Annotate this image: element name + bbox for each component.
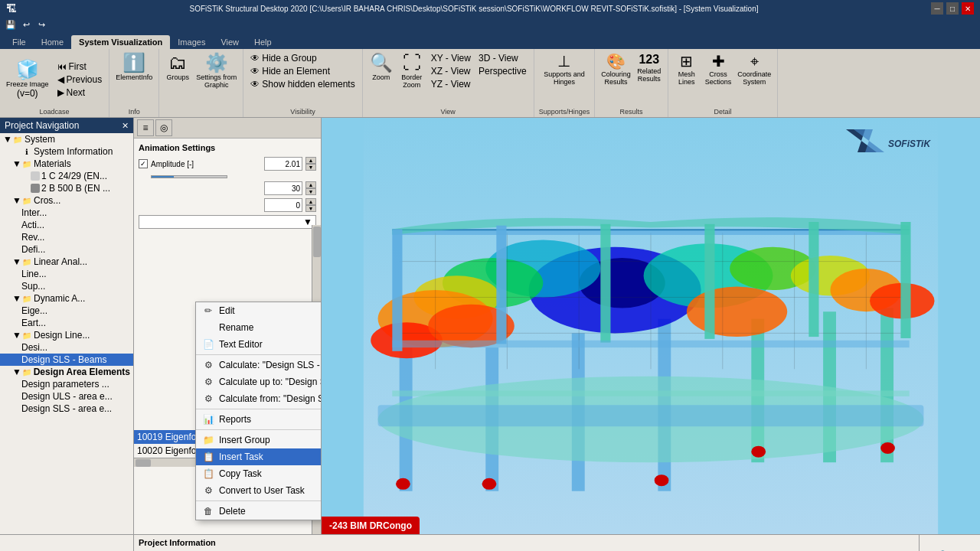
redo-qat-button[interactable]: ↪ bbox=[35, 18, 47, 31]
supports-group-label: Supports/Hinges bbox=[539, 106, 590, 116]
insert-task-icon: 📋 bbox=[202, 452, 214, 462]
ctx-text-editor[interactable]: 📄 Text Editor bbox=[196, 336, 322, 353]
calc-icon: ⚙ bbox=[202, 360, 214, 370]
tree-item-design-sls-beams[interactable]: Design SLS - Beams bbox=[0, 354, 133, 366]
frame-down-button[interactable]: ▼ bbox=[305, 188, 316, 195]
cross-sections-button[interactable]: ✚ CrossSections bbox=[704, 52, 733, 87]
freeze-icon: 🧊 bbox=[16, 60, 39, 79]
tree-item-material-1[interactable]: 1 C 24/29 (EN... bbox=[0, 170, 133, 182]
ctx-rename[interactable]: Rename bbox=[196, 319, 322, 336]
tree-item-desi[interactable]: Desi... bbox=[0, 341, 133, 354]
hide-element-button[interactable]: 👁 Hide an Element bbox=[248, 65, 357, 77]
yz-view-button[interactable]: YZ - View bbox=[429, 78, 473, 90]
element-info-button[interactable]: ℹ️ ElementInfo bbox=[114, 52, 154, 83]
coordinate-system-button[interactable]: ⌖ CoordinateSystem bbox=[736, 52, 773, 87]
tree-item-dynamic[interactable]: ▼ 📁 Dynamic A... bbox=[0, 292, 133, 305]
settings-from-graphic-button[interactable]: ⚙️ Settings fromGraphic bbox=[194, 52, 238, 90]
perspective-button[interactable]: Perspective bbox=[476, 65, 529, 77]
previous-button[interactable]: ◀ Previous bbox=[55, 73, 105, 86]
tab-view[interactable]: View bbox=[213, 35, 247, 49]
ctx-insert-group[interactable]: 📁 Insert Group bbox=[196, 432, 322, 448]
tree-item-defi[interactable]: Defi... bbox=[0, 243, 133, 256]
tree-item-linear[interactable]: ▼ 📁 Linear Anal... bbox=[0, 256, 133, 268]
tree-item-materials[interactable]: ▼ 📁 Materials bbox=[0, 158, 133, 170]
maximize-button[interactable]: □ bbox=[946, 2, 959, 15]
ctx-convert[interactable]: ⚙ Convert to User Task bbox=[196, 482, 322, 499]
delete-icon: 🗑 bbox=[202, 506, 214, 517]
amplitude-input[interactable] bbox=[264, 157, 302, 171]
phase-input[interactable] bbox=[264, 198, 302, 212]
3d-view-button[interactable]: 3D - View bbox=[476, 52, 529, 64]
tree-item-sup[interactable]: Sup... bbox=[0, 280, 133, 292]
save-qat-button[interactable]: 💾 bbox=[5, 18, 17, 31]
hide-group-button[interactable]: 👁 Hide a Group bbox=[248, 52, 357, 64]
project-info-expand-button[interactable]: ▼ bbox=[965, 535, 980, 551]
first-button[interactable]: ⏮ First bbox=[55, 60, 105, 73]
freeze-label: Freeze Image(v=0) bbox=[6, 80, 49, 99]
dropdown-select[interactable]: ▼ bbox=[139, 215, 316, 229]
phase-down-button[interactable]: ▼ bbox=[305, 205, 316, 212]
freeze-image-button[interactable]: 🧊 Freeze Image(v=0) bbox=[5, 59, 51, 100]
zoom-button[interactable]: 🔍 Zoom bbox=[368, 52, 395, 83]
xz-view-button[interactable]: XZ - View bbox=[429, 65, 473, 77]
ctx-copy-task[interactable]: 📋 Copy Task bbox=[196, 465, 322, 482]
frame-input[interactable] bbox=[264, 181, 302, 195]
next-button[interactable]: ▶ Next bbox=[55, 86, 105, 99]
tree-item-line[interactable]: Line... bbox=[0, 268, 133, 280]
related-results-button[interactable]: 123 RelatedResults bbox=[635, 52, 663, 84]
tree-item-system-info[interactable]: ℹ System Information bbox=[0, 145, 133, 158]
ctx-edit[interactable]: ✏ Edit bbox=[196, 302, 322, 319]
sidebar-close-button[interactable]: ✕ bbox=[122, 121, 129, 131]
phase-up-button[interactable]: ▲ bbox=[305, 198, 316, 205]
supports-hinges-button[interactable]: ⊥ Supports andHinges bbox=[542, 52, 586, 87]
tab-images[interactable]: Images bbox=[170, 35, 213, 49]
ctx-calculate-up-to[interactable]: ⚙ Calculate up to: "Design SLS - Beams" bbox=[196, 373, 322, 390]
tree-item-design-uls[interactable]: Design ULS - area e... bbox=[0, 390, 133, 403]
tree-item-rev[interactable]: Rev... bbox=[0, 231, 133, 243]
tree-item-inter[interactable]: Inter... bbox=[0, 207, 133, 219]
tree-item-eart[interactable]: Eart... bbox=[0, 317, 133, 329]
amplitude-checkbox[interactable]: ✓ bbox=[139, 159, 148, 168]
groups-button[interactable]: 🗂 Groups bbox=[164, 52, 191, 83]
3d-viewport[interactable]: SOFiSTiK bbox=[322, 118, 980, 534]
colouring-results-button[interactable]: 🎨 ColouringResults bbox=[599, 52, 632, 87]
xy-view-button[interactable]: XY - View bbox=[429, 52, 473, 64]
frame-up-button[interactable]: ▲ bbox=[305, 181, 316, 188]
mesh-lines-button[interactable]: ⊞ MeshLines bbox=[673, 52, 701, 87]
tab-help[interactable]: Help bbox=[247, 35, 279, 49]
amplitude-up-button[interactable]: ▲ bbox=[305, 157, 316, 164]
h-scrollbar-thumb[interactable] bbox=[136, 459, 151, 467]
tree-item-design-sls-area[interactable]: Design SLS - area e... bbox=[0, 403, 133, 415]
prev-icon: ◀ bbox=[57, 74, 64, 85]
svg-rect-47 bbox=[704, 224, 714, 339]
minimize-button[interactable]: ─ bbox=[931, 2, 943, 15]
border-zoom-button[interactable]: ⛶ BorderZoom bbox=[398, 52, 426, 90]
svg-rect-45 bbox=[496, 226, 506, 344]
undo-qat-button[interactable]: ↩ bbox=[20, 18, 32, 31]
panel-list-view-button[interactable]: ≡ bbox=[137, 119, 154, 136]
tree-item-cross[interactable]: ▼ 📁 Cros... bbox=[0, 194, 133, 207]
tree-item-design-line[interactable]: ▼ 📁 Design Line... bbox=[0, 329, 133, 341]
show-hidden-button[interactable]: 👁 Show hidden elements bbox=[248, 78, 357, 90]
tab-home[interactable]: Home bbox=[34, 35, 71, 49]
ctx-calculate[interactable]: ⚙ Calculate: "Design SLS - Beams" bbox=[196, 357, 322, 373]
tree-item-design-params[interactable]: Design parameters ... bbox=[0, 378, 133, 390]
ctx-insert-task[interactable]: 📋 Insert Task bbox=[196, 448, 322, 465]
amplitude-down-button[interactable]: ▼ bbox=[305, 164, 316, 171]
ribbon-group-visibility: 👁 Hide a Group 👁 Hide an Element 👁 Show … bbox=[243, 49, 362, 117]
close-button[interactable]: ✕ bbox=[962, 2, 974, 15]
ctx-reports[interactable]: 📊 Reports bbox=[196, 411, 322, 428]
tree-item-material-2[interactable]: 2 B 500 B (EN ... bbox=[0, 182, 133, 194]
ctx-delete[interactable]: 🗑 Delete bbox=[196, 503, 322, 520]
tree-item-design-area[interactable]: ▼ 📁 Design Area Elements bbox=[0, 366, 133, 378]
tree-item-acti[interactable]: Acti... bbox=[0, 219, 133, 231]
ctx-calculate-from[interactable]: ⚙ Calculate from: "Design SLS - Beams" bbox=[196, 390, 322, 407]
panel-target-button[interactable]: ◎ bbox=[155, 119, 172, 136]
animation-slider[interactable] bbox=[151, 175, 227, 178]
sidebar-header: Project Navigation ✕ bbox=[0, 118, 133, 133]
tree-item-eige[interactable]: Eige... bbox=[0, 305, 133, 317]
tab-system-visualization[interactable]: System Visualization bbox=[71, 35, 170, 49]
scrollbar-thumb[interactable] bbox=[313, 227, 321, 257]
tab-file[interactable]: File bbox=[5, 35, 34, 49]
tree-item-system[interactable]: ▼ 📁 System bbox=[0, 133, 133, 145]
